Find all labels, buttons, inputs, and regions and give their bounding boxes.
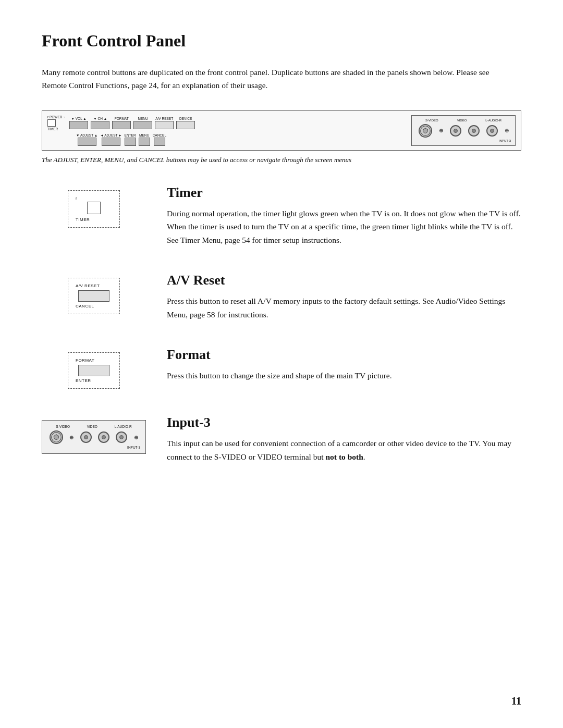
av-reset-dashed-box: A/V RESET CANCEL: [68, 278, 120, 314]
intro-text: Many remote control buttons are duplicat…: [42, 66, 511, 92]
input3-plus2-icon: ⊕: [134, 435, 138, 440]
input3-section-body: This input can be used for convenient co…: [167, 437, 521, 463]
panel-avreset-btn: [155, 121, 174, 129]
panel-format-group: FORMAT: [112, 117, 131, 129]
panel-format-btn: [112, 121, 131, 129]
panel-svideo-connector: [419, 124, 432, 138]
panel-input-labels: S-VIDEO VIDEO L-AUDIO-R: [416, 119, 511, 122]
format-text-col: Format Press this button to change the s…: [167, 347, 521, 382]
panel-audio-l-inner: [472, 129, 476, 133]
input3-audio-r-inner: [119, 435, 124, 439]
panel-audio-l-connector: [468, 125, 480, 137]
timer-section-body: During normal operation, the timer light…: [167, 207, 521, 247]
panel-plus-icon: ⊕: [439, 128, 443, 133]
panel-svideo-label: S-VIDEO: [425, 119, 438, 122]
svg-point-6: [54, 436, 55, 437]
input3-section-title: Input-3: [167, 415, 521, 430]
panel-audio-r-inner: [490, 129, 494, 133]
panel-cancel-label: CANCEL: [153, 133, 166, 137]
av-reset-cancel-label: CANCEL: [76, 304, 94, 309]
svg-point-1: [422, 129, 424, 130]
timer-diagram-col: r TIMER: [42, 190, 146, 228]
svg-point-2: [426, 129, 427, 130]
format-diag-btn: [78, 365, 109, 376]
panel-power-label: r POWER ¬: [47, 115, 65, 119]
section-av-reset: A/V RESET CANCEL A/V Reset Press this bu…: [42, 273, 521, 321]
input3-video-connector: [80, 431, 92, 443]
input3-diagram-col: S-VIDEO VIDEO L-AUDIO-R ⊕: [42, 420, 146, 454]
panel-menu-bottom-label: MENU: [139, 133, 149, 137]
panel-vol-label: ▼ VOL ▲: [71, 117, 87, 120]
input3-diag-labels: S-VIDEO VIDEO L-AUDIO-R: [47, 425, 140, 428]
input3-diag-connectors: ⊕ ⊕: [47, 430, 140, 444]
panel-ch-btn: [91, 121, 109, 129]
panel-connectors: ⊕ ⊕: [416, 124, 511, 138]
panel-timer-text: TIMER: [47, 127, 58, 131]
input3-text-col: Input-3 This input can be used for conve…: [167, 415, 521, 463]
panel-caption: The ADJUST, ENTER, MENU, and CANCEL butt…: [42, 156, 521, 164]
panel-power-square: [47, 119, 56, 127]
panel-vadjust-label: ▼ ADJUST ▲: [76, 133, 97, 137]
av-reset-text-col: A/V Reset Press this button to reset all…: [167, 273, 521, 321]
panel-video-connector-inner: [454, 129, 458, 133]
av-reset-diag-btn: [78, 290, 109, 302]
panel-menu-label: MENU: [138, 117, 148, 120]
timer-dashed-box: r TIMER: [68, 190, 120, 228]
input3-video-label: VIDEO: [87, 425, 97, 428]
input3-diag-label: INPUT-3: [47, 446, 140, 449]
input3-svideo-label: S-VIDEO: [56, 425, 70, 428]
svg-point-4: [425, 128, 426, 129]
timer-text-col: Timer During normal operation, the timer…: [167, 185, 521, 247]
panel-menu-btn: [133, 121, 152, 129]
panel-video-label: VIDEO: [457, 119, 467, 122]
svg-point-7: [57, 436, 59, 437]
svg-point-3: [424, 131, 426, 133]
panel-vol-group: ▼ VOL ▲: [69, 117, 88, 129]
panel-bottom-row: ▼ ADJUST ▲ ◄ ADJUST ► ENTER MENU CANCEL: [47, 133, 406, 146]
input3-svideo-connector: [50, 430, 63, 444]
panel-plus2-icon: ⊕: [505, 128, 509, 133]
av-reset-diagram-col: A/V RESET CANCEL: [42, 278, 146, 314]
panel-hadjust-label: ◄ ADJUST ►: [100, 133, 121, 137]
panel-enter-btn: [125, 138, 136, 146]
panel-ch-group: ▼ CH ▲: [91, 117, 109, 129]
panel-menu-bottom-btn: [139, 138, 150, 146]
panel-audio-r-connector: [486, 125, 498, 137]
panel-video-connector: [450, 125, 461, 137]
timer-diag-square: [87, 202, 101, 214]
panel-device-label: DEVICE: [179, 117, 192, 120]
front-panel-diagram: r POWER ¬ TIMER ▼ VOL ▲ ▼ CH ▲ FORMAT ME: [42, 110, 521, 151]
panel-timer-indicator: r POWER ¬ TIMER: [47, 115, 65, 131]
format-section-body: Press this button to change the size and…: [167, 369, 521, 382]
svg-point-8: [56, 438, 57, 440]
input3-plus1-icon: ⊕: [69, 435, 74, 440]
input3-diag: S-VIDEO VIDEO L-AUDIO-R ⊕: [42, 420, 146, 454]
input3-body-end: .: [363, 452, 365, 461]
format-diagram-col: FORMAT ENTER: [42, 352, 146, 389]
page-number: 11: [511, 695, 521, 707]
panel-vadjust-btn: [78, 138, 96, 146]
panel-cancel-group: CANCEL: [153, 133, 166, 146]
input3-audio-l-connector: [98, 431, 109, 443]
input3-video-inner: [84, 435, 88, 439]
format-enter-label: ENTER: [76, 378, 91, 383]
panel-device-btn: [176, 121, 195, 129]
timer-diag-timer-label: TIMER: [76, 217, 90, 222]
format-dashed-box: FORMAT ENTER: [68, 352, 120, 389]
page-title: Front Control Panel: [42, 31, 521, 51]
panel-menu-group: MENU: [133, 117, 152, 129]
section-format: FORMAT ENTER Format Press this button to…: [42, 347, 521, 389]
format-top-label: FORMAT: [76, 358, 94, 363]
panel-input3-label: INPUT-3: [416, 139, 511, 142]
svg-point-5: [52, 433, 62, 442]
av-reset-section-body: Press this button to reset all A/V memor…: [167, 294, 521, 321]
panel-laudio-label: L-AUDIO-R: [485, 119, 501, 122]
panel-hadjust-btn: [102, 138, 120, 146]
panel-hadjust-group: ◄ ADJUST ►: [100, 133, 121, 146]
panel-buttons-area: r POWER ¬ TIMER ▼ VOL ▲ ▼ CH ▲ FORMAT ME: [47, 115, 406, 146]
panel-cancel-btn: [154, 138, 165, 146]
section-timer: r TIMER Timer During normal operation, t…: [42, 185, 521, 247]
panel-avreset-label: A/V RESET: [155, 117, 173, 120]
input3-laudio-label: L-AUDIO-R: [114, 425, 131, 428]
panel-enter-group: ENTER: [125, 133, 136, 146]
